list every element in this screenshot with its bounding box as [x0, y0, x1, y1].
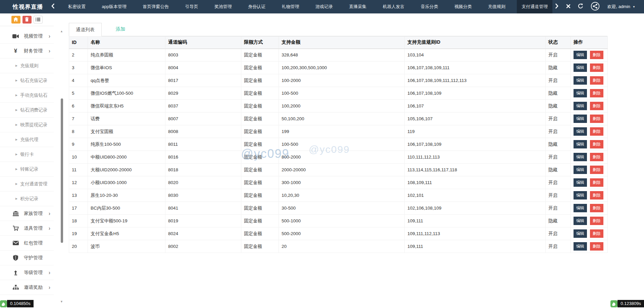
cell-code: 8020 [165, 176, 241, 189]
cell-rule-ids: 106,107,108,109 [405, 87, 546, 100]
edit-button[interactable]: 编辑 [574, 115, 587, 123]
nav-item[interactable]: 游戏记录 [311, 0, 338, 13]
scrollbar-up-arrow[interactable]: ▲ [60, 30, 63, 33]
delete-button[interactable]: 删除 [590, 153, 603, 161]
cell-limit-type: 固定金额 [241, 138, 279, 151]
nav-item[interactable]: 机器人发言 [378, 0, 409, 13]
sidebar-subitem[interactable]: ▶ 充值规则 [0, 58, 54, 73]
sidebar-subitem[interactable]: ▶ 支付通道管理 [0, 177, 54, 191]
sidebar-subitem[interactable]: ▶ 手动充值钻石 [0, 88, 54, 103]
edit-button[interactable]: 编辑 [574, 63, 587, 72]
scrollbar-thumb[interactable] [61, 98, 63, 243]
delete-button[interactable]: 删除 [590, 51, 603, 59]
nav-item[interactable]: 充值规则 [483, 0, 510, 13]
sidebar-subitem[interactable]: ▶ 映票提现记录 [0, 118, 54, 132]
cell-amount: 199 [279, 125, 405, 138]
edit-button[interactable]: 编辑 [574, 178, 587, 187]
nav-item[interactable]: 音乐分类 [416, 0, 443, 13]
thinkphp-logo-icon[interactable] [0, 300, 7, 307]
home-button[interactable] [11, 16, 20, 24]
cell-limit-type: 固定金额 [241, 202, 279, 215]
cell-status: 隐藏 [546, 138, 571, 151]
edit-button[interactable]: 编辑 [574, 166, 587, 174]
menu-list-button[interactable] [34, 16, 43, 24]
edit-button[interactable]: 编辑 [574, 153, 587, 161]
cell-code: 8029 [165, 87, 241, 100]
nav-item[interactable]: 支付通道管理 [517, 0, 552, 13]
delete-button[interactable]: 删除 [590, 102, 603, 110]
delete-button[interactable]: 删除 [590, 76, 603, 85]
nav-item[interactable]: 奖池管理 [210, 0, 237, 13]
nav-item[interactable]: 礼物管理 [277, 0, 304, 13]
edit-button[interactable]: 编辑 [574, 217, 587, 225]
clear-cache-button[interactable] [22, 16, 32, 24]
delete-button[interactable]: 删除 [590, 204, 603, 212]
top-navbar: 性视界直播 私密设置 app版本管理 首页弹窗公告 引导页 奖池管理 身份认证 … [0, 0, 644, 13]
edit-button[interactable]: 编辑 [574, 76, 587, 85]
edit-button[interactable]: 编辑 [574, 191, 587, 200]
delete-button[interactable]: 删除 [590, 115, 603, 123]
nav-item[interactable]: 视频分类 [450, 0, 477, 13]
cell-amount: 100,200,300,500,1000 [279, 61, 405, 74]
tab-add[interactable]: 添加 [116, 23, 125, 36]
delete-button[interactable]: 删除 [590, 140, 603, 148]
delete-button[interactable]: 删除 [590, 127, 603, 136]
delete-button[interactable]: 删除 [590, 242, 603, 251]
cell-code: 8004 [165, 61, 241, 74]
edit-button[interactable]: 编辑 [574, 204, 587, 212]
delete-button[interactable]: 删除 [590, 217, 603, 225]
delete-button[interactable]: 删除 [590, 178, 603, 187]
cell-code: 8030 [165, 189, 241, 202]
delete-button[interactable]: 删除 [590, 166, 603, 174]
sidebar-subitem[interactable]: ▶ 钻石消费记录 [0, 103, 54, 118]
nav-item[interactable]: 首页弹窗公告 [138, 0, 174, 13]
sidebar-collapse-button[interactable] [51, 3, 55, 10]
scrollbar-down-arrow[interactable]: ▼ [60, 300, 63, 303]
delete-button[interactable]: 删除 [590, 63, 603, 72]
sidebar-item-finance-manage[interactable]: ¥ 财务管理 › [0, 44, 54, 58]
cell-rule-ids: 109,111 [405, 240, 546, 253]
welcome-user-menu[interactable]: 欢迎, admin ▼ [607, 4, 635, 10]
edit-button[interactable]: 编辑 [574, 140, 587, 148]
cell-rule-ids: 106,107,108,109 [405, 138, 546, 151]
edit-button[interactable]: 编辑 [574, 89, 587, 97]
sidebar-item-level-manage[interactable]: 等级管理 › [0, 265, 54, 280]
cell-limit-type: 固定金额 [241, 240, 279, 253]
edit-button[interactable]: 编辑 [574, 51, 587, 59]
sidebar-subitem[interactable]: ▶ 钻石充值记录 [0, 73, 54, 88]
delete-button[interactable]: 删除 [590, 191, 603, 200]
delete-button[interactable]: 删除 [590, 89, 603, 97]
sidebar-item-props-manage[interactable]: 道具管理 › [0, 221, 54, 236]
nav-scroll-right-button[interactable] [555, 3, 559, 10]
sidebar-subitem[interactable]: ▶ 转账记录 [0, 162, 54, 177]
tab-channel-list[interactable]: 通道列表 [69, 23, 102, 36]
cell-actions: 编辑 删除 [571, 61, 608, 74]
cell-amount: 30-500 [279, 202, 405, 215]
sidebar-item-video-manage[interactable]: 视频管理 › [0, 29, 54, 44]
sidebar-subitem[interactable]: ▶ 银行卡 [0, 147, 54, 162]
edit-button[interactable]: 编辑 [574, 127, 587, 136]
nav-item[interactable]: 私密设置 [63, 0, 90, 13]
sidebar-item-family-manage[interactable]: 家族管理 › [0, 206, 54, 221]
sidebar-subitem[interactable]: ▶ 充值代理 [0, 132, 54, 147]
edit-button[interactable]: 编辑 [574, 229, 587, 238]
triangle-bullet-icon: ▶ [15, 153, 17, 156]
sidebar-item-redpacket-manage[interactable]: 红包管理 [0, 236, 54, 251]
refresh-button[interactable] [578, 3, 583, 10]
nav-item[interactable]: 身份认证 [243, 0, 270, 13]
sidebar-item-invite-reward[interactable]: 邀请奖励 › [0, 280, 54, 295]
edit-button[interactable]: 编辑 [574, 102, 587, 110]
cell-id: 13 [69, 189, 88, 202]
nav-item[interactable]: app版本管理 [97, 0, 131, 13]
thinkphp-logo-icon[interactable] [610, 300, 617, 307]
sidebar-item-guard-manage[interactable]: 守护管理 [0, 251, 54, 265]
close-tab-button[interactable] [566, 4, 571, 10]
sidebar-subitem[interactable]: ▶ 积分记录 [0, 191, 54, 206]
edit-button[interactable]: 编辑 [574, 242, 587, 251]
nav-item[interactable]: 引导页 [181, 0, 203, 13]
user-avatar[interactable] [591, 2, 600, 12]
chevron-left-icon [51, 3, 55, 10]
table-row: 3 微信单IOS 8004 固定金额 100,200,300,500,1000 … [69, 61, 608, 74]
nav-item[interactable]: 直播采集 [344, 0, 371, 13]
delete-button[interactable]: 删除 [590, 229, 603, 238]
